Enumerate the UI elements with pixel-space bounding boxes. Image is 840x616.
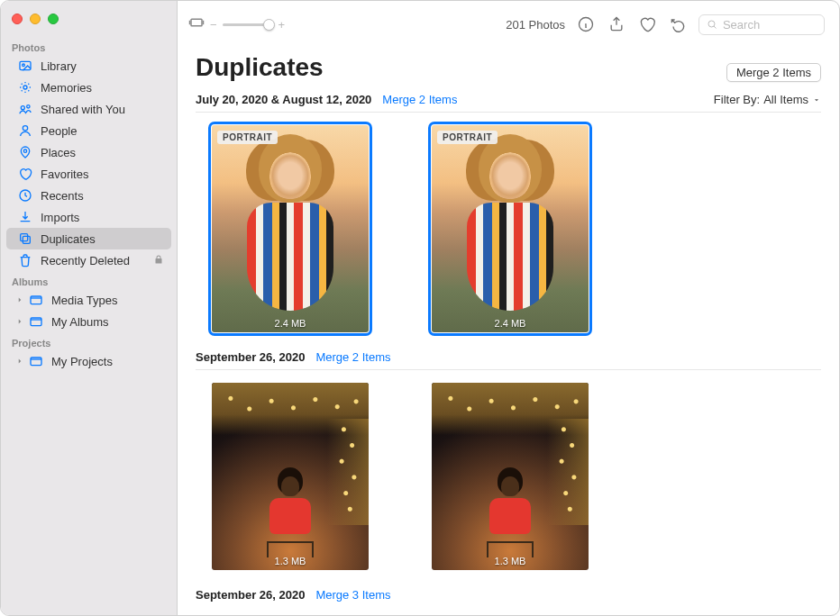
svg-rect-8	[23, 236, 30, 243]
sidebar: Photos Library Memories Shared with You …	[1, 1, 178, 615]
chevron-right-icon	[15, 355, 24, 368]
file-size: 2.4 MB	[212, 318, 369, 329]
info-button[interactable]	[576, 14, 596, 34]
svg-point-1	[23, 64, 25, 67]
sidebar-item-label: Duplicates	[41, 232, 164, 246]
window-controls	[1, 10, 177, 37]
filter-by-dropdown[interactable]: Filter By: All Items	[714, 93, 821, 106]
sidebar-item-label: People	[41, 124, 164, 138]
sidebar-item-recently-deleted[interactable]: Recently Deleted	[6, 249, 171, 271]
group-header: September 26, 2020 Merge 3 Items	[196, 583, 821, 607]
group-merge-link[interactable]: Merge 3 Items	[315, 588, 390, 602]
sidebar-item-shared[interactable]: Shared with You	[6, 98, 171, 120]
file-size: 2.4 MB	[432, 318, 589, 329]
page-title: Duplicates	[196, 53, 324, 82]
svg-point-3	[21, 106, 24, 110]
svg-rect-9	[21, 234, 28, 241]
clock-icon	[17, 187, 33, 204]
search-input[interactable]	[723, 18, 817, 32]
photo-thumbnail[interactable]: PORTRAIT 2.4 MB	[212, 125, 369, 332]
search-field[interactable]	[698, 14, 825, 35]
svg-rect-11	[31, 318, 41, 326]
sidebar-item-media-types[interactable]: Media Types	[6, 289, 171, 311]
group-date: September 26, 2020	[196, 350, 305, 364]
sidebar-section-albums: Albums	[1, 271, 177, 289]
svg-point-5	[23, 126, 27, 131]
app-window: Photos Library Memories Shared with You …	[1, 1, 839, 615]
group-date: July 20, 2020 & August 12, 2020	[196, 93, 371, 106]
sidebar-item-label: Recently Deleted	[41, 254, 146, 267]
photo-count: 201 Photos	[506, 18, 565, 32]
shared-icon	[17, 101, 33, 117]
sidebar-item-duplicates[interactable]: Duplicates	[6, 228, 171, 249]
folder-icon	[28, 313, 44, 330]
sidebar-item-imports[interactable]: Imports	[6, 206, 171, 228]
photo-thumbnail[interactable]: 1.3 MB	[432, 383, 589, 570]
svg-rect-13	[191, 19, 202, 26]
share-button[interactable]	[607, 14, 626, 34]
group-header: July 20, 2020 & August 12, 2020 Merge 2 …	[196, 87, 821, 113]
sidebar-item-label: Shared with You	[41, 103, 164, 116]
merge-selected-button[interactable]: Merge 2 Items	[726, 63, 821, 82]
sidebar-item-label: My Albums	[51, 315, 164, 329]
toolbar: − + 201 Photos	[178, 1, 839, 48]
folder-icon	[28, 292, 44, 308]
svg-point-15	[708, 21, 715, 27]
sidebar-item-people[interactable]: People	[6, 120, 171, 141]
trash-icon	[17, 252, 33, 268]
lock-icon	[153, 254, 164, 267]
sidebar-item-label: Library	[41, 59, 164, 73]
sidebar-item-recents[interactable]: Recents	[6, 185, 171, 206]
favorite-button[interactable]	[637, 14, 657, 34]
portrait-badge: PORTRAIT	[217, 131, 278, 144]
sidebar-item-label: Places	[41, 146, 164, 159]
sidebar-section-photos: Photos	[1, 37, 177, 55]
svg-point-4	[27, 105, 30, 108]
rotate-button[interactable]	[668, 14, 688, 34]
photo-thumbnail[interactable]: PORTRAIT 2.4 MB	[432, 125, 589, 332]
chevron-down-icon	[812, 95, 821, 104]
file-size: 1.3 MB	[212, 556, 369, 566]
sidebar-item-label: Imports	[41, 211, 164, 224]
svg-rect-12	[31, 358, 41, 366]
close-window-button[interactable]	[12, 14, 23, 24]
thumbnail-row: PORTRAIT 2.4 MB PORTRAIT 2.4 MB	[196, 122, 821, 345]
memories-icon	[17, 79, 33, 95]
group-merge-link[interactable]: Merge 2 Items	[382, 93, 457, 106]
sidebar-item-label: Memories	[41, 81, 164, 95]
sidebar-item-my-albums[interactable]: My Albums	[6, 311, 171, 332]
file-size: 1.3 MB	[432, 556, 589, 566]
sidebar-item-library[interactable]: Library	[6, 55, 171, 77]
sidebar-item-my-projects[interactable]: My Projects	[6, 350, 171, 372]
photo-thumbnail[interactable]: 1.3 MB	[212, 383, 369, 570]
sidebar-section-projects: Projects	[1, 332, 177, 350]
filter-label: Filter By:	[714, 93, 760, 106]
aspect-icon[interactable]	[188, 14, 205, 34]
sidebar-item-label: Media Types	[51, 294, 164, 307]
sidebar-item-places[interactable]: Places	[6, 141, 171, 163]
chevron-right-icon	[15, 315, 24, 329]
svg-rect-10	[31, 296, 41, 304]
group-date: September 26, 2020	[196, 588, 305, 602]
content-scroll[interactable]: Duplicates Merge 2 Items July 20, 2020 &…	[178, 48, 839, 615]
minimize-window-button[interactable]	[30, 14, 41, 24]
main-content: − + 201 Photos	[178, 1, 839, 615]
import-icon	[17, 209, 33, 225]
heart-icon	[17, 166, 33, 182]
zoom-out-button[interactable]: −	[210, 18, 217, 32]
zoom-in-button[interactable]: +	[278, 18, 286, 32]
library-icon	[17, 58, 33, 74]
sidebar-item-favorites[interactable]: Favorites	[6, 163, 171, 185]
people-icon	[17, 122, 33, 139]
group-merge-link[interactable]: Merge 2 Items	[315, 350, 390, 364]
svg-point-6	[23, 149, 26, 152]
zoom-control: − +	[188, 14, 285, 34]
svg-point-2	[23, 86, 27, 89]
filter-value: All Items	[763, 93, 808, 106]
zoom-slider[interactable]	[223, 23, 273, 26]
portrait-badge: PORTRAIT	[437, 131, 498, 144]
sidebar-item-memories[interactable]: Memories	[6, 77, 171, 98]
maximize-window-button[interactable]	[48, 14, 59, 24]
sidebar-item-label: Recents	[41, 189, 164, 203]
zoom-slider-knob[interactable]	[263, 19, 275, 31]
